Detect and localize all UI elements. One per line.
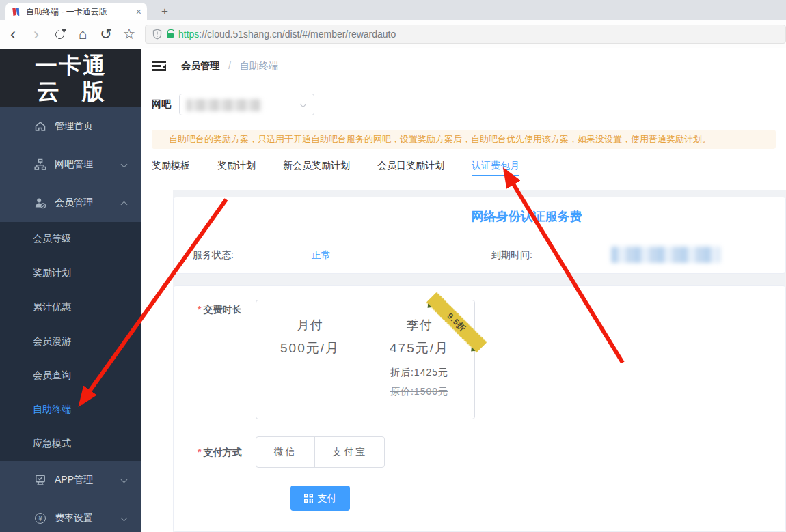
sidebar: 一卡通 云 版 管理首页 (0, 49, 141, 532)
browser-tabstrip: 自助终端 - 一卡通云版 × + (0, 0, 786, 20)
undo-button[interactable]: ↺ (96, 24, 116, 44)
required-mark: * (198, 304, 201, 315)
reload-button[interactable] (49, 24, 70, 44)
sidebar-subitem-reward-plan[interactable]: 奖励计划 (0, 256, 141, 290)
method-alipay[interactable]: 支付宝 (315, 437, 384, 467)
qrcode-icon (304, 494, 313, 503)
plan-monthly[interactable]: 月付 500元/月 (256, 300, 364, 419)
browser-tab[interactable]: 自助终端 - 一卡通云版 × (5, 3, 147, 20)
sidebar-subitem-cumulative-discount[interactable]: 累计优惠 (0, 290, 141, 324)
url-bar[interactable]: https://cloud.51shang.cn/dist/#/member/r… (145, 25, 786, 44)
subitem-label: 会员等级 (33, 233, 71, 245)
netbar-filter-row: 网吧 (141, 94, 786, 115)
plan-price: 475元/月 (390, 339, 449, 357)
tab-member-day-reward[interactable]: 会员日奖励计划 (377, 156, 444, 176)
new-tab-button[interactable]: + (156, 3, 174, 20)
subitem-label: 奖励计划 (33, 267, 71, 279)
netbar-select[interactable] (179, 94, 314, 115)
home-button[interactable]: ⌂ (72, 24, 93, 44)
breadcrumb-separator: / (228, 60, 231, 71)
breadcrumb-bar: 会员管理 / 自助终端 (141, 49, 786, 83)
url-text: https://cloud.51shang.cn/dist/#/member/r… (178, 29, 396, 40)
sidebar-item-label: 会员管理 (55, 197, 93, 209)
sidebar-item-netbar[interactable]: 网吧管理 (0, 145, 141, 184)
chevron-down-icon (300, 101, 307, 108)
chevron-down-icon (121, 515, 128, 522)
tab-new-member-reward[interactable]: 新会员奖励计划 (283, 156, 350, 176)
pay-button[interactable]: 支付 (290, 486, 350, 511)
app-icon (34, 474, 46, 486)
tab-reward-plan[interactable]: 奖励计划 (217, 156, 256, 176)
sidebar-subitem-self-terminal[interactable]: 自助终端 (0, 393, 141, 427)
sidebar-item-app[interactable]: APP管理 (0, 461, 141, 499)
logo-line1: 一卡通 (35, 53, 107, 79)
app-window: 一卡通 云 版 管理首页 (0, 49, 786, 532)
chevron-up-icon (121, 201, 128, 208)
sidebar-subitem-member-roaming[interactable]: 会员漫游 (0, 324, 141, 359)
logo-line2: 云 版 (37, 79, 105, 104)
sidebar-item-label: 管理首页 (55, 120, 93, 132)
reload-icon (53, 28, 66, 40)
plan-name: 月付 (297, 317, 323, 333)
yuan-symbol: ¥ (38, 515, 42, 522)
member-submenu: 会员等级 奖励计划 累计优惠 会员漫游 会员查询 自助终端 应急模式 (0, 222, 141, 461)
rate-icon: ¥ (34, 512, 46, 524)
plan-quarterly[interactable]: 季付 475元/月 折后:1425元 原价:1500元 9.5折 (364, 300, 474, 419)
payment-method-label: *支付方式 (198, 447, 241, 459)
expire-label: 到期时间: (491, 249, 532, 262)
payment-form-card: *交费时长 月付 500元/月 季付 475元/月 折后:1425元 原价:15… (173, 285, 786, 532)
sidebar-item-label: APP管理 (55, 474, 93, 486)
service-status-card: 网络身份认证服务费 服务状态: 正常 到期时间: (173, 197, 786, 274)
breadcrumb: 会员管理 / 自助终端 (181, 60, 278, 72)
pay-button-label: 支付 (318, 492, 337, 505)
breadcrumb-member[interactable]: 会员管理 (181, 60, 219, 71)
url-scheme: https (178, 29, 199, 40)
sidebar-item-member[interactable]: 会员管理 (0, 184, 141, 222)
main-content: 会员管理 / 自助终端 网吧 自助吧台的奖励方案，只适用于开通自助吧台服务的网吧… (141, 49, 786, 532)
notice-banner: 自助吧台的奖励方案，只适用于开通自助吧台服务的网吧，设置奖励方案后，自助吧台优先… (152, 130, 776, 149)
method-wechat[interactable]: 微信 (256, 437, 315, 467)
status-row: 服务状态: 正常 到期时间: (174, 236, 785, 274)
browser-toolbar: ‹ › ⌂ ↺ ☆ https://cloud.51shang.cn/dist/… (0, 20, 786, 48)
payment-label-text: 支付方式 (203, 447, 241, 458)
breadcrumb-self-terminal: 自助终端 (240, 60, 278, 71)
status-value: 正常 (312, 249, 331, 262)
expire-value-blurred (611, 247, 720, 263)
site-favicon-icon (11, 7, 21, 16)
url-rest: ://cloud.51shang.cn/dist/#/member/reward… (199, 29, 396, 40)
sidebar-item-dashboard[interactable]: 管理首页 (0, 107, 141, 145)
sidebar-item-label: 网吧管理 (55, 158, 93, 171)
subitem-label: 累计优惠 (33, 301, 71, 313)
tab-title: 自助终端 - 一卡通云版 (26, 6, 131, 18)
member-icon (34, 197, 46, 209)
back-button[interactable]: ‹ (3, 24, 23, 44)
sidebar-subitem-member-level[interactable]: 会员等级 (0, 222, 141, 256)
cards-area: 网络身份认证服务费 服务状态: 正常 到期时间: *交费时长 月付 500元/月 (173, 190, 786, 532)
bookmark-star-button[interactable]: ☆ (119, 24, 139, 44)
plan-price: 500元/月 (280, 339, 340, 357)
duration-label: *交费时长 (198, 304, 241, 316)
service-title: 网络身份认证服务费 (174, 197, 785, 236)
duration-label-text: 交费时长 (203, 304, 241, 315)
sidebar-subitem-member-query[interactable]: 会员查询 (0, 359, 141, 393)
plan-options: 月付 500元/月 季付 475元/月 折后:1425元 原价:1500元 9.… (256, 300, 475, 419)
forward-button[interactable]: › (26, 24, 46, 44)
tab-bar: 奖励模板 奖励计划 新会员奖励计划 会员日奖励计划 认证费包月 (141, 156, 786, 176)
netbar-select-value-blurred (187, 99, 262, 111)
required-mark: * (198, 447, 201, 458)
sidebar-item-rate[interactable]: ¥ 费率设置 (0, 499, 141, 532)
screen: 自助终端 - 一卡通云版 × + ‹ › ⌂ ↺ ☆ https://cloud… (0, 0, 786, 532)
tab-close-icon[interactable]: × (136, 7, 141, 16)
tab-auth-fee-monthly[interactable]: 认证费包月 (472, 156, 519, 176)
home-icon (34, 120, 46, 132)
subitem-label: 会员查询 (33, 369, 71, 382)
plan-original-price: 原价:1500元 (390, 386, 448, 398)
chevron-down-icon (121, 161, 128, 168)
app-logo: 一卡通 云 版 (0, 49, 141, 107)
shield-icon (152, 29, 162, 40)
netbar-label: 网吧 (152, 98, 171, 111)
sidebar-subitem-emergency-mode[interactable]: 应急模式 (0, 427, 141, 461)
lock-icon (167, 33, 174, 38)
tab-reward-template[interactable]: 奖励模板 (152, 156, 190, 176)
collapse-sidebar-icon[interactable] (152, 61, 166, 71)
